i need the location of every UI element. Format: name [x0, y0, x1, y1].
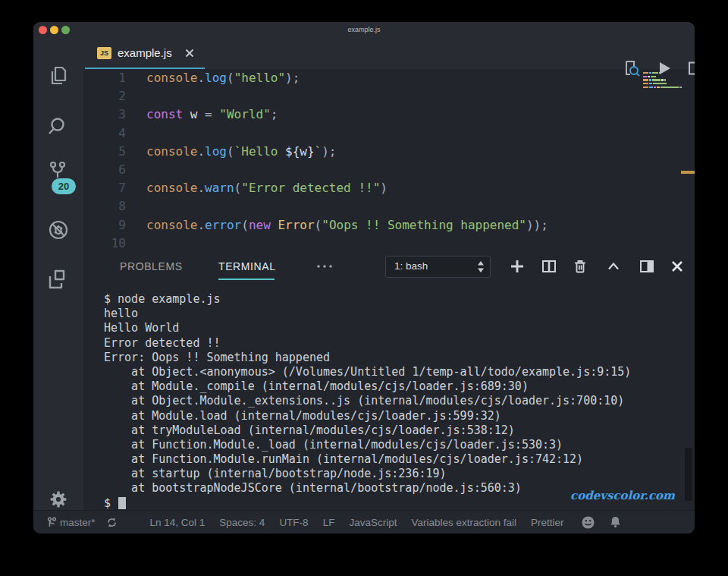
terminal-line: Hello World	[104, 321, 679, 335]
notifications-bell-icon[interactable]	[610, 516, 621, 528]
active-panel-tab-underline	[218, 279, 275, 280]
search-in-file-icon[interactable]	[623, 59, 641, 77]
cursor-position-status[interactable]: Ln 14, Col 1	[150, 517, 206, 528]
code-editor[interactable]: 12345678910 console.log("hello");const w…	[83, 69, 695, 250]
code-line	[146, 236, 640, 250]
feedback-smiley-icon[interactable]	[582, 516, 595, 529]
maximize-panel-chevron-icon[interactable]	[606, 259, 621, 274]
encoding-status[interactable]: UTF-8	[279, 517, 308, 528]
terminal-line: Error detected !!	[104, 336, 679, 351]
terminal-line: at Object.<anonymous> (/Volumes/Untitled…	[104, 365, 679, 379]
eol-status[interactable]: LF	[323, 517, 335, 528]
new-terminal-icon[interactable]	[510, 259, 525, 274]
code-line: console.error(new Error("Oops !! Somethi…	[146, 218, 640, 236]
watermark: codevscolor.com	[570, 489, 675, 502]
line-number: 6	[83, 162, 126, 181]
run-play-icon[interactable]	[655, 59, 673, 77]
line-number: 1	[83, 71, 126, 89]
prompt-symbol: $	[104, 496, 111, 510]
terminal-line: at Function.Module._load (internal/modul…	[104, 438, 679, 452]
code-line	[146, 199, 640, 217]
terminal-shell-selector[interactable]: 1: bash	[385, 256, 491, 278]
tab-bar: JS example.js	[83, 37, 695, 69]
status-bar: master* Ln 14, Col 1 Spaces: 4 UTF-8 LF …	[33, 510, 695, 534]
tab-label: example.js	[118, 37, 172, 69]
line-number: 5	[83, 144, 126, 162]
javascript-file-icon: JS	[97, 47, 111, 59]
line-number: 3	[83, 107, 126, 125]
sync-icon[interactable]	[106, 517, 118, 528]
search-icon[interactable]	[47, 115, 70, 138]
terminal-line: Error: Oops !! Something happened	[104, 351, 679, 365]
close-panel-icon[interactable]	[670, 259, 685, 274]
code-line: console.log("hello");	[146, 71, 640, 89]
scm-change-badge: 20	[52, 178, 76, 194]
tab-problems[interactable]: PROBLEMS	[120, 250, 183, 282]
code-line: const w = "World";	[146, 107, 640, 125]
extension-message-status[interactable]: Variables extraction fail	[411, 517, 516, 528]
dropdown-arrows-icon	[477, 260, 485, 273]
git-branch-status[interactable]: master*	[47, 517, 96, 528]
settings-gear-icon[interactable]	[49, 489, 68, 509]
terminal-line: at tryModuleLoad (internal/modules/cjs/l…	[104, 423, 679, 438]
terminal-output: $ node example.jshelloHello WorldError d…	[104, 292, 679, 496]
activity-bar: 20	[33, 37, 83, 510]
line-number: 2	[83, 89, 126, 107]
language-mode-status[interactable]: JavaScript	[349, 517, 397, 528]
debug-disabled-icon[interactable]	[47, 219, 70, 241]
formatter-status[interactable]: Prettier	[531, 517, 564, 528]
split-terminal-icon[interactable]	[541, 259, 557, 274]
terminal-line: at Module._compile (internal/modules/cjs…	[104, 379, 679, 394]
terminal-line: $ node example.js	[104, 292, 679, 307]
terminal-line: hello	[104, 307, 679, 321]
code-line	[146, 89, 640, 107]
code-line	[146, 162, 640, 181]
code-lines: console.log("hello");const w = "World";c…	[146, 71, 640, 250]
vscode-window: example.js 20	[33, 22, 695, 534]
line-number: 8	[83, 199, 126, 217]
tab-terminal[interactable]: TERMINAL	[218, 250, 276, 282]
line-number: 10	[83, 236, 126, 250]
terminal-line: at Function.Module.runMain (internal/mod…	[104, 452, 679, 467]
tab-close-icon[interactable]	[184, 47, 196, 59]
panel-header: PROBLEMS TERMINAL 1: bash	[83, 250, 695, 282]
code-line: console.log(`Hello ${w}`);	[146, 144, 640, 162]
terminal-line: at startup (internal/bootstrap/node.js:2…	[104, 467, 679, 481]
explorer-icon[interactable]	[47, 65, 70, 87]
terminal-cursor	[118, 497, 126, 509]
code-line: console.warn("Error detected !!")	[146, 181, 640, 199]
terminal-line: at Module.load (internal/modules/cjs/loa…	[104, 409, 679, 423]
titlebar: example.js	[33, 22, 695, 37]
panel-more-tabs-icon[interactable]	[315, 259, 334, 274]
terminal-line: at Object.Module._extensions..js (intern…	[104, 394, 679, 408]
line-number: 4	[83, 126, 126, 144]
line-number: 7	[83, 181, 126, 199]
overview-ruler-warning-marker	[681, 171, 695, 174]
code-line	[146, 126, 640, 144]
tab-example-js[interactable]: JS example.js	[85, 37, 205, 69]
terminal-panel[interactable]: $ node example.jshelloHello WorldError d…	[83, 282, 695, 510]
terminal-scrollbar-thumb[interactable]	[685, 448, 692, 501]
extensions-icon[interactable]	[47, 269, 68, 291]
toggle-panel-position-icon[interactable]	[639, 259, 654, 274]
kill-terminal-trash-icon[interactable]	[573, 259, 588, 274]
shell-selector-value: 1: bash	[394, 257, 428, 276]
line-number: 9	[83, 218, 126, 236]
window-title: example.js	[33, 22, 695, 37]
indentation-status[interactable]: Spaces: 4	[219, 517, 265, 528]
branch-icon	[47, 517, 57, 528]
editor-gutter: 12345678910	[83, 71, 126, 250]
split-editor-icon[interactable]	[687, 59, 695, 77]
